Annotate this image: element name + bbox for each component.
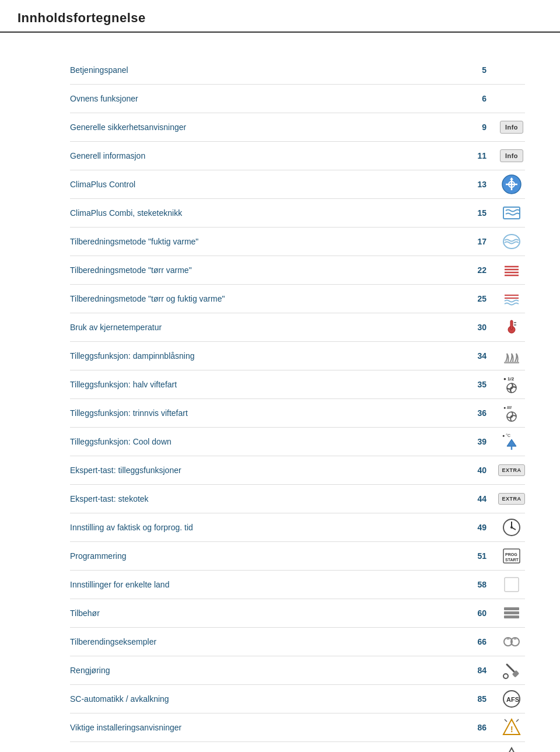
info-badge: Info: [500, 149, 523, 162]
toc-number: 84: [457, 666, 487, 675]
toc-number: 22: [457, 265, 487, 275]
svg-marker-14: [507, 439, 516, 446]
toc-label: Viktige installeringsanvisninger: [70, 723, 457, 732]
toc-number: 25: [457, 294, 487, 303]
toc-number: 39: [457, 437, 487, 446]
toc-icon-container: [498, 345, 525, 367]
svg-text:PROG: PROG: [505, 552, 517, 557]
toc-row: Tilbehør60: [70, 599, 525, 628]
toc-number: 5: [457, 65, 487, 75]
toc-row: Ovnens funksjoner6: [70, 85, 525, 113]
toc-number: 58: [457, 580, 487, 589]
toc-number: 35: [457, 380, 487, 389]
svg-text:!: !: [510, 725, 513, 734]
toc-row: Betjeningspanel5: [70, 56, 525, 85]
toc-number: 44: [457, 494, 487, 503]
toc-row: Tilleggsfunksjon: halv viftefart35 ● 1/2: [70, 370, 525, 399]
svg-rect-24: [504, 607, 519, 610]
toc-number: 85: [457, 694, 487, 704]
toc-label: Ekspert-tast: tilleggsfunksjoner: [70, 466, 457, 475]
toc-icon-container: [498, 173, 525, 195]
clock-icon: [501, 517, 522, 538]
toc-row: Ekspert-tast: tilleggsfunksjoner40EXTRA: [70, 456, 525, 485]
toc-icon-container: PROG START: [498, 545, 525, 567]
toc-icon-container: [498, 573, 525, 596]
toc-icon-container: ● °C: [498, 431, 525, 453]
toc-icon-container: ● 1/2: [498, 373, 525, 396]
toc-label: Innstilling av faktisk og forprog. tid: [70, 523, 457, 532]
toc-icon-container: EXTRA: [498, 459, 525, 481]
toc-label: Generell informasjon: [70, 151, 457, 160]
toc-icon-container: Info: [498, 145, 525, 167]
toc-icon-container: [498, 88, 525, 110]
svg-rect-25: [504, 611, 519, 614]
info-badge: Info: [500, 121, 523, 134]
cooldown-icon: ● °C: [501, 431, 522, 452]
svg-rect-5: [510, 320, 513, 330]
svg-text:● °C: ● °C: [502, 433, 510, 438]
toc-label: Tilbehør: [70, 608, 457, 618]
toc-label: Rengjøring: [70, 666, 457, 675]
toc-label: Generelle sikkerhetsanvisninger: [70, 123, 457, 132]
svg-rect-23: [505, 578, 519, 592]
toc-label: Betjeningspanel: [70, 65, 457, 75]
svg-marker-38: [503, 748, 520, 752]
svg-point-9: [510, 387, 513, 389]
toc-label: Tilleggsfunksjon: halv viftefart: [70, 380, 457, 389]
svg-line-29: [507, 664, 514, 671]
toc-row: ClimaPlus Combi, steketeknikk15: [70, 199, 525, 228]
svg-rect-26: [504, 615, 519, 618]
toc-label: ClimaPlus Combi, steketeknikk: [70, 208, 457, 218]
toc-container: Betjeningspanel5Ovnens funksjoner6Genere…: [0, 33, 560, 752]
toc-label: Bruk av kjernetemperatur: [70, 323, 457, 332]
toc-row: Tilleggsfunksjon: dampinnblåsning34: [70, 342, 525, 370]
toc-number: 11: [457, 151, 487, 160]
toc-row: Bruk av kjernetemperatur30: [70, 313, 525, 342]
toc-number: 15: [457, 208, 487, 218]
toc-icon-container: !: [498, 745, 525, 752]
toc-row: Ekspert-tast: stekotek44EXTRA: [70, 485, 525, 513]
page-header: Innholdsfortegnelse: [0, 0, 560, 33]
toc-label: Tilleggsfunksjon: dampinnblåsning: [70, 351, 457, 361]
svg-point-19: [510, 526, 513, 529]
toc-row: Tilberedningsmetode "tørr og fuktig varm…: [70, 285, 525, 313]
toc-number: 36: [457, 408, 487, 418]
toc-row: Rengjøring84: [70, 656, 525, 685]
toc-row: Generell informasjon11Info: [70, 142, 525, 170]
tilberend-icon: [501, 631, 522, 652]
svg-rect-6: [504, 362, 519, 363]
toc-label: Ekspert-tast: stekotek: [70, 494, 457, 503]
installering-icon: !: [501, 717, 522, 738]
afs-icon: AFS: [501, 688, 522, 709]
svg-line-36: [505, 719, 507, 722]
extra-badge: EXTRA: [498, 464, 524, 476]
torr-icon: [501, 260, 522, 281]
toc-icon-container: [498, 316, 525, 338]
toc-icon-container: EXTRA: [498, 488, 525, 510]
toc-number: 86: [457, 723, 487, 732]
toc-icon-container: [498, 602, 525, 624]
toc-icon-container: [498, 516, 525, 538]
toc-number: 17: [457, 237, 487, 246]
toc-row: ClimaPlus Control13: [70, 170, 525, 199]
toc-number: 30: [457, 323, 487, 332]
toc-row: Tilberedningsmetode "fuktig varme"17: [70, 228, 525, 256]
toc-label: Tilleggsfunksjon: trinnvis viftefart: [70, 408, 457, 418]
toc-icon-container: [498, 202, 525, 224]
toc-label: Tilberendingseksempler: [70, 637, 457, 646]
empty-icon: [501, 60, 522, 81]
toc-row: Tilleggsfunksjon: Cool down39 ● °C: [70, 428, 525, 456]
prog-start-icon: PROG START: [501, 545, 522, 566]
rengjoring-icon: [501, 660, 522, 681]
toc-label: Ovnens funksjoner: [70, 94, 457, 103]
empty-icon: [501, 88, 522, 109]
toc-row: Innstilling av faktisk og forprog. tid49: [70, 513, 525, 542]
toc-number: 6: [457, 94, 487, 103]
climaplus-control-icon: [501, 174, 522, 195]
toc-label: Programmering: [70, 551, 457, 561]
toc-number: 66: [457, 637, 487, 646]
svg-point-31: [503, 674, 508, 678]
toc-icon-container: [498, 288, 525, 310]
toc-row: Eget vedlikehold94 !: [70, 742, 525, 752]
extra-badge: EXTRA: [498, 493, 524, 505]
